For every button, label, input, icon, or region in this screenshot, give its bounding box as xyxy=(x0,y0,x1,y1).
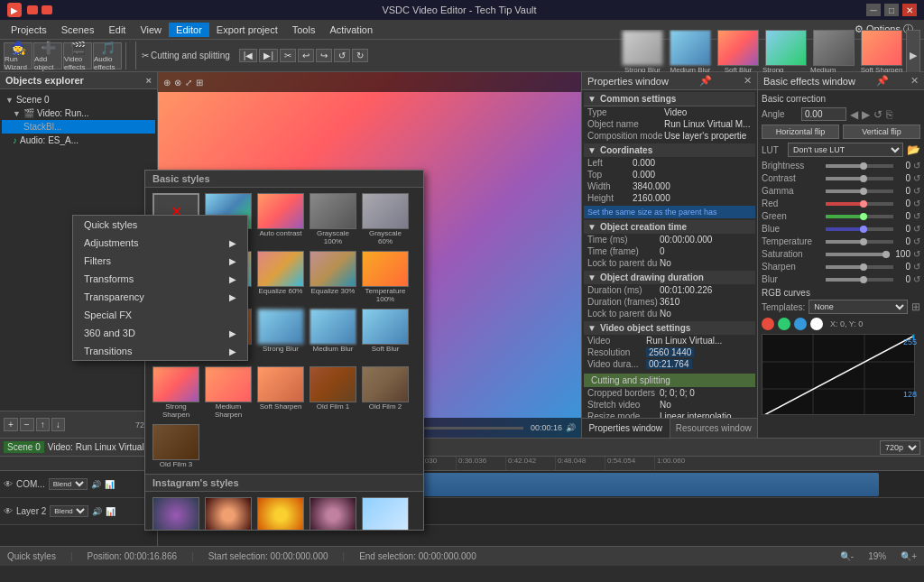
sat-slider[interactable] xyxy=(826,253,890,256)
drawing-duration-header[interactable]: ▼ Object drawing duration xyxy=(584,271,755,284)
style-old-film-1[interactable]: Old Film 1 xyxy=(308,365,358,420)
tree-scene0[interactable]: ▼ Scene 0 xyxy=(2,93,155,106)
properties-close-btn[interactable]: ✕ xyxy=(744,75,752,87)
preview-tool-btn1[interactable]: ⊕ xyxy=(163,78,171,88)
properties-pin-btn[interactable]: 📌 xyxy=(699,75,712,87)
close-button[interactable]: ✕ xyxy=(902,4,917,16)
run-wizard-button[interactable]: 🧙 Run Wizard xyxy=(4,42,32,69)
menu-view[interactable]: View xyxy=(133,23,169,37)
video-effects-button[interactable]: 🎬 Video effects xyxy=(63,42,92,69)
style-equalize-60[interactable]: Equalize 60% xyxy=(255,249,306,305)
angle-increment-btn[interactable]: ▶ xyxy=(862,108,870,121)
temp-reset[interactable]: ↺ xyxy=(913,236,920,246)
minimize-button[interactable]: ─ xyxy=(866,4,881,16)
rgb-red-dot[interactable] xyxy=(762,318,774,330)
style-old-film-3[interactable]: Old Film 3 xyxy=(151,422,201,470)
green-slider[interactable] xyxy=(826,215,893,218)
sat-reset[interactable]: ↺ xyxy=(913,249,920,259)
zoom-out-btn[interactable]: 🔍- xyxy=(840,551,854,561)
angle-reset-btn[interactable]: ↺ xyxy=(873,108,882,121)
red-reset[interactable]: ↺ xyxy=(913,199,920,208)
style-grayscale-100[interactable]: Grayscale 100% xyxy=(308,191,358,247)
layer2-eye-icon[interactable]: 👁 xyxy=(4,506,13,516)
cut-left-button[interactable]: |◀ xyxy=(239,49,258,62)
style-soft-blur[interactable]: Soft Blur xyxy=(360,307,411,363)
gamma-reset[interactable]: ↺ xyxy=(913,186,920,196)
cutting-splitting-section[interactable]: Cutting and splitting xyxy=(584,374,755,387)
style-soft-sharpen[interactable]: Soft Sharpen xyxy=(255,365,306,420)
coordinates-header[interactable]: ▼ Coordinates xyxy=(584,143,755,157)
menu-projects[interactable]: Projects xyxy=(4,23,54,37)
maximize-button[interactable]: □ xyxy=(884,4,899,16)
menu-scenes[interactable]: Scenes xyxy=(54,23,102,37)
cut-button[interactable]: ✂ xyxy=(280,49,296,62)
style-auto-contrast[interactable]: Auto contrast xyxy=(255,191,306,247)
common-settings-header[interactable]: ▼ Common settings xyxy=(584,92,755,106)
angle-input[interactable] xyxy=(801,107,846,121)
style-medium-sharpen[interactable]: Medium Sharpen xyxy=(203,365,254,420)
gamma-slider[interactable] xyxy=(826,189,893,193)
layer2-blend-select[interactable]: Blend xyxy=(50,505,88,517)
menu-activation[interactable]: Activation xyxy=(322,23,380,37)
style-earlybird[interactable]: Earlybird xyxy=(255,495,306,531)
contrast-slider[interactable] xyxy=(826,177,893,180)
dropdown-360-3d[interactable]: 360 and 3D ▶ xyxy=(73,324,247,342)
red-slider[interactable] xyxy=(826,202,893,206)
tree-audio[interactable]: ♪ Audio: ES_A... xyxy=(2,134,155,147)
dropdown-filters[interactable]: Filters ▶ xyxy=(73,252,247,270)
rgb-white-dot[interactable] xyxy=(810,318,823,330)
style-lomo-fi[interactable]: Lomo-fi xyxy=(203,495,254,531)
style-temp-100[interactable]: Temperature 100% xyxy=(360,249,411,305)
layer1-eye-icon[interactable]: 👁 xyxy=(4,479,13,489)
remove-object-btn[interactable]: − xyxy=(20,418,34,431)
temp-slider[interactable] xyxy=(826,240,893,244)
angle-copy-btn[interactable]: ⎘ xyxy=(886,108,892,121)
layer1-blend-select[interactable]: Blend xyxy=(49,478,88,490)
angle-decrement-btn[interactable]: ◀ xyxy=(850,108,858,121)
brightness-slider[interactable] xyxy=(826,164,893,168)
style-grayscale-60[interactable]: Grayscale 60% xyxy=(360,191,411,247)
sharpen-slider[interactable] xyxy=(826,265,893,269)
move-up-btn[interactable]: ↑ xyxy=(36,418,50,431)
style-xpro2[interactable]: X-Pro II xyxy=(151,495,201,531)
blue-slider[interactable] xyxy=(826,227,893,231)
lut-select[interactable]: Don't use LUT xyxy=(788,143,903,157)
brightness-reset[interactable]: ↺ xyxy=(913,161,920,171)
dropdown-transitions[interactable]: Transitions ▶ xyxy=(73,342,247,360)
add-object-button[interactable]: ➕ Add object xyxy=(33,42,62,69)
style-strong-blur[interactable]: Strong Blur xyxy=(255,307,306,363)
menu-edit[interactable]: Edit xyxy=(101,23,133,37)
style-equalize-30[interactable]: Equalize 30% xyxy=(308,249,358,305)
audio-effects-button[interactable]: 🎵 Audio effects xyxy=(93,42,122,69)
volume-btn[interactable]: 🔊 xyxy=(566,423,576,432)
horizontal-flip-btn[interactable]: Horizontal flip xyxy=(762,125,839,139)
menu-export[interactable]: Export project xyxy=(209,23,285,37)
dropdown-transparency[interactable]: Transparency ▶ xyxy=(73,288,247,306)
effects-pin-btn[interactable]: 📌 xyxy=(876,75,889,87)
undo-button[interactable]: ↩ xyxy=(298,49,314,62)
quality-select[interactable]: 720p xyxy=(880,440,920,455)
dropdown-special-fx[interactable]: Special FX xyxy=(73,306,247,324)
vertical-flip-btn[interactable]: Vertical flip xyxy=(843,125,920,139)
style-lily[interactable]: Lily xyxy=(360,495,411,531)
rgb-green-dot[interactable] xyxy=(778,318,790,330)
window-controls[interactable]: ─ □ ✕ xyxy=(866,4,917,16)
sharpen-reset[interactable]: ↺ xyxy=(913,262,920,272)
dropdown-quick-styles[interactable]: Quick styles xyxy=(73,216,247,234)
creation-time-header[interactable]: ▼ Object creation time xyxy=(584,220,755,234)
rotate-cw-button[interactable]: ↻ xyxy=(352,49,368,62)
preview-tool-btn3[interactable]: ⤢ xyxy=(185,78,192,88)
green-reset[interactable]: ↺ xyxy=(913,211,920,221)
lut-open-btn[interactable]: 📂 xyxy=(907,143,920,156)
template-btn[interactable]: ⊞ xyxy=(911,300,920,313)
redo-button[interactable]: ↪ xyxy=(316,49,332,62)
same-size-btn[interactable]: Set the same size as the parent has xyxy=(584,206,755,218)
blur-slider[interactable] xyxy=(826,278,893,282)
tree-stackbl[interactable]: StackBl... xyxy=(2,120,155,134)
style-sutro[interactable]: Sutro xyxy=(308,495,358,531)
menu-editor[interactable]: Editor xyxy=(169,23,209,37)
rgb-blue-dot[interactable] xyxy=(794,318,807,330)
templates-select[interactable]: None xyxy=(808,300,908,314)
video-settings-header[interactable]: ▼ Video object settings xyxy=(584,321,755,335)
blur-reset[interactable]: ↺ xyxy=(913,274,920,284)
